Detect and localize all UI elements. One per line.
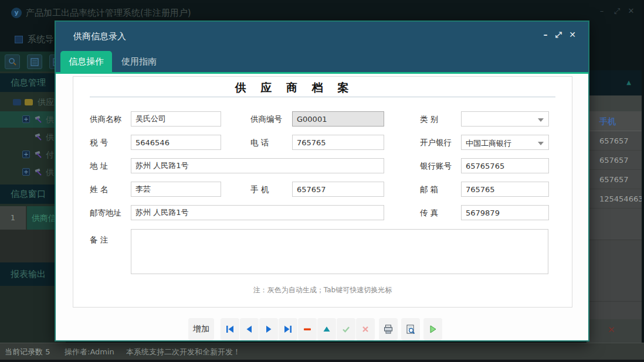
dialog-minimize-button[interactable]: – [540,30,551,39]
record-toolbar: 增加 [188,318,443,340]
close-x-button[interactable]: ✕ [608,325,615,335]
folder-icon [25,99,33,105]
table-row[interactable]: 125454663 [587,189,642,209]
table-empty-area [587,240,642,302]
table-row[interactable]: 657657 [587,170,642,189]
status-bar: 当前记录数 5 操作者:Admin 本系统支持二次开发和全新开发！ [0,343,644,360]
chevron-down-icon [538,142,544,145]
label-supplier-name: 供商名称 [90,114,121,125]
expand-plus-icon[interactable]: + [22,115,30,123]
label-supplier-code: 供商编号 [250,114,282,125]
bank-account-input[interactable] [461,158,549,173]
label-fax: 传 真 [420,208,438,218]
last-record-button[interactable] [279,318,297,340]
tax-number-input[interactable] [131,135,221,150]
check-icon [341,325,351,334]
confirm-button[interactable] [337,318,355,340]
run-button[interactable] [423,318,442,340]
screen: y 产品加工出品率统计管理系统(非注册用户) – ⤢ ✕ 系统导 信息管理 供应… [0,0,644,362]
table-empty-area [587,302,642,319]
table-header-mobile[interactable]: 手机 [587,111,642,131]
mobile-input[interactable] [292,182,384,197]
preview-icon [405,324,416,334]
hammer-icon [34,151,42,159]
label-tax-number: 税 号 [90,138,108,148]
table-row[interactable]: 657657 [587,151,642,170]
dialog-close-button[interactable]: ✕ [567,30,578,39]
hammer-icon [34,168,42,176]
previous-icon [245,325,254,334]
supplier-entry-dialog: 供商信息录入 – ⤢ ✕ 信息操作 使用指南 供 应 商 档 案 供商名称 供商… [55,21,589,341]
main-close-button[interactable]: ✕ [625,6,637,15]
up-triangle-icon [322,325,331,334]
right-data-panel: ▲ 手机 657657 657657 657657 125454663 ✕ [587,70,642,343]
dialog-title: 供商信息录入 [73,31,126,42]
category-select[interactable] [461,111,549,127]
phone-input[interactable] [292,135,384,150]
next-icon [264,325,273,334]
contact-name-input[interactable] [131,182,221,197]
print-preview-button[interactable] [401,318,420,340]
form-title: 供 应 商 档 案 [73,80,516,95]
print-button[interactable] [379,318,398,340]
title-divider [90,97,555,97]
panel-toolbar-band [587,95,642,111]
supplier-form-panel: 供 应 商 档 案 供商名称 供商编号 类 别 税 号 电 话 开户银行 中国工… [73,76,572,308]
label-bank: 开户银行 [420,138,452,148]
label-contact-name: 姓 名 [90,185,108,195]
tab-user-guide[interactable]: 使用指南 [121,51,157,72]
fax-input[interactable] [461,205,549,220]
tab-accent-line [56,72,588,74]
table-row[interactable]: 657657 [587,131,642,151]
printer-icon [383,324,394,334]
label-email: 邮 箱 [420,185,438,195]
app-logo-icon: y [11,8,22,18]
search-tool-icon[interactable] [5,54,20,69]
panel-collapse-header[interactable]: ▲ [587,70,642,95]
dialog-tabbar: 信息操作 使用指南 [56,51,588,72]
status-message: 本系统支持二次开发和全新开发！ [126,347,240,357]
expand-plus-icon[interactable]: + [22,151,30,158]
hammer-icon [34,115,42,124]
remark-textarea[interactable] [131,229,548,274]
minus-icon [303,325,312,334]
nav-square-icon [15,36,23,43]
previous-record-button[interactable] [240,318,259,340]
mail-address-input[interactable] [131,205,384,220]
collapse-up-icon[interactable]: ▲ [626,79,631,86]
first-icon [225,325,235,334]
window-bottom-edge [0,360,644,362]
play-icon [428,325,438,334]
supplier-name-input[interactable] [131,111,221,127]
label-address: 地 址 [90,161,108,172]
first-record-button[interactable] [221,318,239,340]
dialog-titlebar: 供商信息录入 – ⤢ ✕ [56,22,588,51]
email-input[interactable] [461,182,549,197]
hammer-icon [34,133,42,141]
label-bank-account: 银行账号 [420,161,452,172]
list-tool-icon[interactable] [27,54,42,69]
main-minimize-button[interactable]: – [596,6,608,15]
status-operator: 操作者:Admin [65,347,114,357]
expand-plus-icon[interactable]: + [22,168,30,176]
list-item-index: 1 [0,206,26,230]
label-mail-address: 邮寄地址 [90,208,121,218]
main-restore-button[interactable]: ⤢ [611,6,623,16]
dialog-maximize-button[interactable]: ⤢ [553,30,564,40]
address-input[interactable] [131,158,384,173]
chevron-down-icon [538,118,544,122]
tab-info-operation[interactable]: 信息操作 [60,51,112,72]
bank-select[interactable]: 中国工商银行 [461,135,549,150]
add-button[interactable]: 增加 [188,318,214,340]
window-right-edge [642,0,644,362]
edit-record-button[interactable] [317,318,336,340]
form-note: 注：灰色为自动生成；Tab键可快速切换光标 [73,285,572,295]
label-category: 类 别 [420,114,438,125]
supplier-code-input [292,111,384,127]
cancel-button[interactable] [356,318,375,340]
next-record-button[interactable] [259,318,278,340]
delete-record-button[interactable] [298,318,317,340]
x-icon [361,325,370,334]
main-window-title: 产品加工出品率统计管理系统(非注册用户) [26,8,191,19]
system-nav-label[interactable]: 系统导 [28,34,54,45]
